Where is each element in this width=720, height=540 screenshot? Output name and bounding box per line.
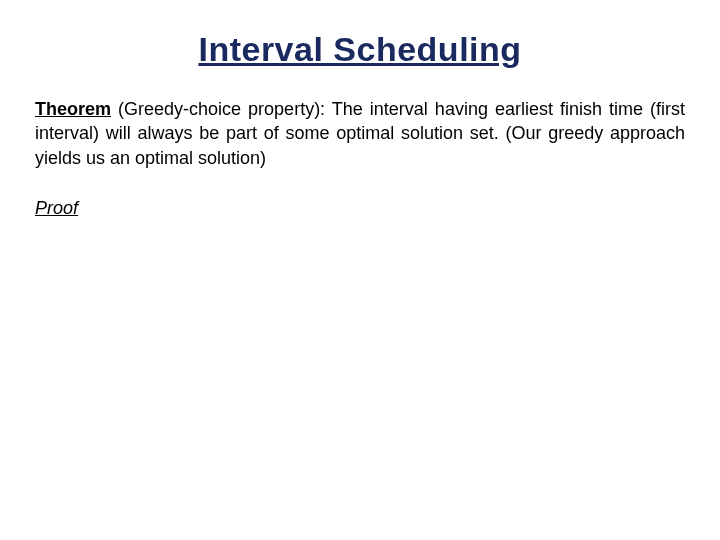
- theorem-paragraph: Theorem (Greedy-choice property): The in…: [35, 97, 685, 170]
- theorem-body: (Greedy-choice property): The interval h…: [35, 99, 685, 168]
- page-title: Interval Scheduling: [35, 30, 685, 69]
- theorem-label: Theorem: [35, 99, 111, 119]
- proof-label: Proof: [35, 198, 685, 219]
